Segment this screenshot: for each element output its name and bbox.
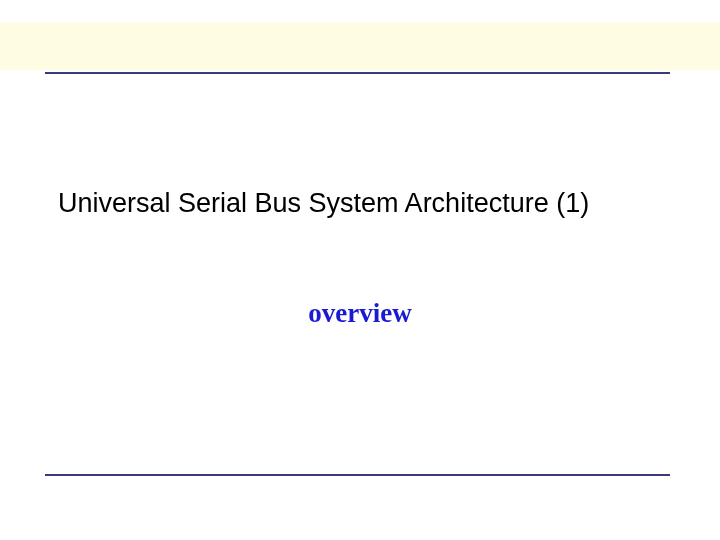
top-divider [45, 72, 670, 74]
bottom-divider [45, 474, 670, 476]
slide-title: Universal Serial Bus System Architecture… [58, 188, 589, 219]
header-band [0, 22, 720, 70]
slide-subtitle: overview [0, 298, 720, 329]
